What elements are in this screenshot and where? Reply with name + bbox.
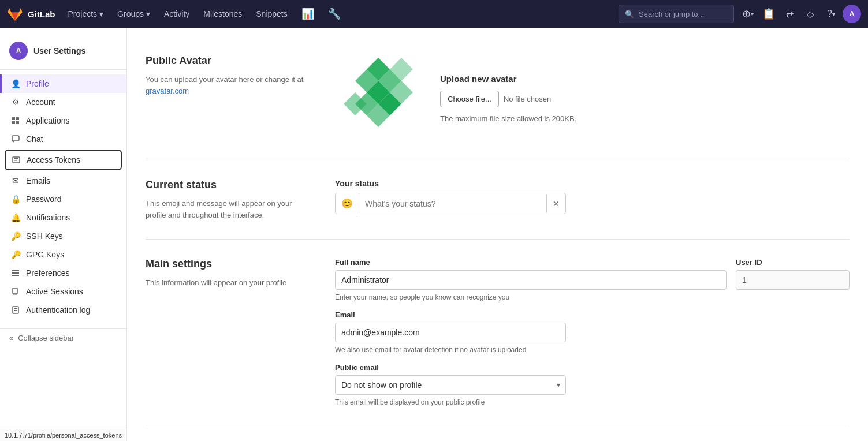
svg-rect-14 xyxy=(14,308,17,309)
applications-icon xyxy=(11,116,20,125)
sidebar-item-emails[interactable]: ✉ Emails xyxy=(0,171,126,190)
sidebar-label-account: Account xyxy=(26,98,55,107)
search-icon: 🔍 xyxy=(625,10,634,18)
choose-file-button[interactable]: Choose file... xyxy=(440,91,499,107)
sidebar-label-password: Password xyxy=(26,195,61,204)
search-placeholder-text: Search or jump to... xyxy=(639,10,704,18)
status-text-input[interactable] xyxy=(359,195,546,213)
nav-chart-icon[interactable]: 📊 xyxy=(296,0,320,28)
sidebar-item-access-tokens[interactable]: Access Tokens xyxy=(5,150,122,170)
svg-rect-10 xyxy=(12,275,19,276)
avatar-area: Upload new avatar Choose file... No file… xyxy=(335,55,850,141)
sidebar-item-preferences[interactable]: Preferences xyxy=(0,264,126,282)
sidebar-item-ssh-keys[interactable]: 🔑 SSH Keys xyxy=(0,227,126,245)
public-email-select[interactable]: Do not show on profile xyxy=(335,375,566,395)
email-label: Email xyxy=(335,311,566,319)
todos-button[interactable]: 📋 xyxy=(759,5,778,23)
sidebar-item-active-sessions[interactable]: Active Sessions xyxy=(0,282,126,301)
sidebar-label-applications: Applications xyxy=(26,116,70,125)
status-clear-button[interactable]: ✕ xyxy=(546,195,565,213)
svg-rect-2 xyxy=(12,121,15,124)
sidebar-item-auth-log[interactable]: Authentication log xyxy=(0,301,126,319)
status-emoji-button[interactable]: 😊 xyxy=(336,193,359,214)
collapse-label: Collapse sidebar xyxy=(18,334,74,342)
svg-rect-1 xyxy=(16,117,19,120)
avatar-preview xyxy=(335,55,422,141)
svg-rect-3 xyxy=(16,121,19,124)
active-sessions-icon xyxy=(11,287,20,296)
top-navigation: GitLab Projects ▾ Groups ▾ Activity Mile… xyxy=(0,0,868,28)
sidebar-title: User Settings xyxy=(33,46,85,55)
status-section-desc: This emoji and message will appear on yo… xyxy=(146,198,307,220)
full-name-label: Full name xyxy=(335,258,727,267)
user-id-label: User ID xyxy=(736,258,850,267)
sidebar-item-account[interactable]: ⚙ Account xyxy=(0,93,126,111)
public-email-select-wrap: Do not show on profile ▾ xyxy=(335,375,566,395)
public-email-label: Public email xyxy=(335,363,566,372)
svg-rect-8 xyxy=(12,270,19,271)
status-section-content: Your status 😊 ✕ xyxy=(335,179,850,220)
public-email-hint: This email will be displayed on your pub… xyxy=(335,398,566,406)
main-settings-content: Full name Enter your name, so people you… xyxy=(335,258,850,406)
sidebar-label-active-sessions: Active Sessions xyxy=(26,287,83,296)
password-icon: 🔒 xyxy=(11,195,20,204)
sidebar-label-notifications: Notifications xyxy=(26,213,70,222)
gpg-keys-icon: 🔑 xyxy=(11,250,20,259)
sidebar-item-password[interactable]: 🔒 Password xyxy=(0,190,126,208)
upload-title: Upload new avatar xyxy=(440,74,850,84)
sidebar: A User Settings 👤 Profile ⚙ Account Appl… xyxy=(0,28,127,439)
sidebar-label-preferences: Preferences xyxy=(26,268,69,278)
preferences-icon xyxy=(11,268,20,278)
nav-snippets[interactable]: Snippets xyxy=(250,0,293,28)
ssh-keys-icon: 🔑 xyxy=(11,231,20,241)
nav-activity[interactable]: Activity xyxy=(158,0,195,28)
sidebar-item-applications[interactable]: Applications xyxy=(0,111,126,130)
avatar-section-desc: You can upload your avatar here or chang… xyxy=(146,74,307,96)
name-userid-row: Full name Enter your name, so people you… xyxy=(335,258,850,301)
user-avatar-button[interactable]: A xyxy=(843,5,861,23)
email-hint: We also use email for avatar detection i… xyxy=(335,346,566,354)
nav-projects[interactable]: Projects ▾ xyxy=(62,0,110,28)
svg-rect-0 xyxy=(12,117,15,120)
collapse-sidebar-button[interactable]: « Collapse sidebar xyxy=(0,328,126,347)
issues-button[interactable]: ◇ xyxy=(801,5,819,23)
projects-chevron-icon: ▾ xyxy=(99,9,103,18)
sidebar-item-notifications[interactable]: 🔔 Notifications xyxy=(0,208,126,227)
email-input[interactable] xyxy=(335,323,566,342)
status-input-wrapper: 😊 ✕ xyxy=(335,193,566,214)
svg-rect-6 xyxy=(14,158,18,159)
search-bar[interactable]: 🔍 Search or jump to... xyxy=(619,5,734,23)
access-tokens-icon xyxy=(12,155,21,165)
emails-icon: ✉ xyxy=(11,176,20,185)
gitlab-logo[interactable]: GitLab xyxy=(7,6,55,22)
nav-groups[interactable]: Groups ▾ xyxy=(111,0,156,28)
user-id-input xyxy=(736,270,850,290)
main-settings-desc: This information will appear on your pro… xyxy=(146,277,307,289)
gitlab-wordmark: GitLab xyxy=(28,9,55,19)
sidebar-item-profile[interactable]: 👤 Profile xyxy=(0,74,126,93)
gravatar-link[interactable]: gravatar.com xyxy=(146,87,189,95)
avatar-section-title: Public Avatar xyxy=(146,55,307,67)
main-settings-title: Main settings xyxy=(146,258,307,270)
status-bar-url: 10.1.7.71/profile/personal_access_tokens xyxy=(5,432,122,439)
merge-requests-button[interactable]: ⇄ xyxy=(780,5,799,23)
svg-rect-16 xyxy=(14,312,16,312)
upload-size-hint: The maximum file size allowed is 200KB. xyxy=(440,114,850,123)
avatar-section-info: Public Avatar You can upload your avatar… xyxy=(146,55,307,141)
svg-rect-11 xyxy=(12,289,18,293)
nav-admin-icon[interactable]: 🔧 xyxy=(322,0,347,28)
full-name-input[interactable] xyxy=(335,270,727,290)
help-button[interactable]: ? ▾ xyxy=(822,5,840,23)
auth-log-icon xyxy=(11,305,20,315)
your-status-label: Your status xyxy=(335,179,850,188)
sidebar-label-emails: Emails xyxy=(26,176,50,185)
main-settings-info: Main settings This information will appe… xyxy=(146,258,307,406)
collapse-icon: « xyxy=(9,334,13,342)
create-new-button[interactable]: ⊕ ▾ xyxy=(739,5,757,23)
sidebar-item-gpg-keys[interactable]: 🔑 GPG Keys xyxy=(0,245,126,264)
avatar-section-content: Upload new avatar Choose file... No file… xyxy=(335,55,850,141)
sidebar-label-gpg-keys: GPG Keys xyxy=(26,250,64,259)
sidebar-label-chat: Chat xyxy=(26,134,43,144)
nav-milestones[interactable]: Milestones xyxy=(198,0,248,28)
sidebar-item-chat[interactable]: Chat xyxy=(0,130,126,148)
